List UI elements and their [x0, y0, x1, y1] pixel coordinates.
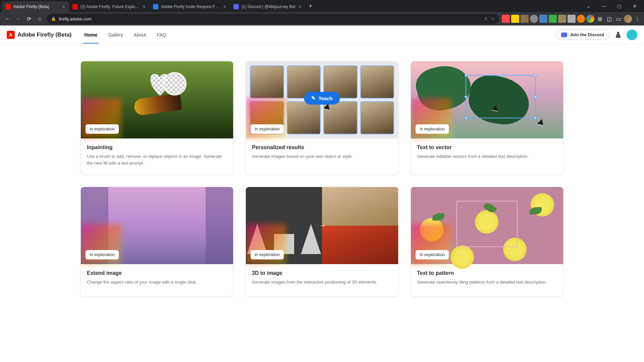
status-badge: In exploration [416, 250, 449, 259]
card-image: → In exploration [246, 187, 398, 264]
card-body: Text to vector Generate editable vectors… [411, 138, 563, 171]
site-header: A Adobe Firefly (Beta) Home Gallery Abou… [0, 25, 644, 44]
close-window-button[interactable]: ✕ [627, 1, 642, 11]
extension-icon[interactable] [568, 15, 576, 23]
cursor-icon [537, 119, 546, 127]
card-title: Text to pattern [417, 270, 557, 276]
forward-button[interactable]: → [13, 14, 23, 23]
logo-text: Adobe Firefly (Beta) [17, 32, 72, 38]
nav-gallery[interactable]: Gallery [103, 26, 127, 44]
browser-tab-2[interactable]: Adobe Firefly Invite Request Form × [150, 1, 230, 12]
profile-avatar[interactable] [624, 15, 632, 23]
close-icon[interactable]: × [62, 4, 66, 9]
browser-tab-0[interactable]: Adobe Firefly (Beta) × [2, 1, 69, 12]
tab-title: (1) Discord | @Midjourney Bot [241, 4, 296, 9]
card-body: Inpainting Use a brush to add, remove, o… [81, 138, 233, 174]
nav-icons: ← → ⟳ ⌂ [3, 14, 44, 23]
extension-icon[interactable] [539, 15, 547, 23]
status-badge: In exploration [86, 124, 119, 134]
discord-icon [561, 33, 567, 37]
close-icon[interactable]: × [142, 4, 146, 9]
user-avatar[interactable] [627, 29, 637, 40]
favicon-icon [153, 4, 158, 9]
card-image: In exploration [411, 187, 563, 264]
card-personalized-results[interactable]: ✎ Teach In exploration Personalized resu… [246, 61, 398, 175]
card-description: Generate seamlessly tiling patterns from… [417, 279, 557, 286]
card-title: Personalized results [252, 144, 392, 150]
close-icon[interactable]: × [223, 4, 227, 9]
extensions-menu-icon[interactable]: ⊞ [596, 15, 604, 23]
reload-button[interactable]: ⟳ [24, 14, 34, 23]
home-button[interactable]: ⌂ [35, 14, 44, 23]
card-title: 3D to image [252, 270, 392, 276]
browser-menu-button[interactable]: ⋮ [633, 15, 641, 23]
favicon-icon [5, 4, 11, 9]
card-grid: In exploration Inpainting Use a brush to… [0, 44, 644, 297]
tile-frame [457, 201, 518, 247]
tab-title: Adobe Firefly Invite Request Form [161, 4, 220, 9]
card-text-to-pattern[interactable]: In exploration Text to pattern Generate … [411, 187, 564, 297]
card-title: Text to vector [417, 144, 557, 150]
new-tab-button[interactable]: + [306, 1, 315, 11]
chevron-down-icon[interactable]: ⌄ [581, 1, 596, 11]
browser-chrome: Adobe Firefly (Beta) × (2) Adobe Firefly… [0, 0, 644, 25]
card-image: In exploration [411, 61, 563, 138]
selection-box [466, 75, 536, 118]
extension-icon[interactable] [530, 15, 538, 23]
extension-icon[interactable] [511, 15, 519, 23]
status-badge: In exploration [251, 250, 284, 259]
card-extend-image[interactable]: In exploration Extend image Change the a… [80, 187, 233, 297]
tab-strip: Adobe Firefly (Beta) × (2) Adobe Firefly… [0, 0, 644, 12]
extension-icon[interactable] [586, 15, 594, 23]
bookmark-icon[interactable]: ☆ [491, 16, 495, 21]
card-title: Extend image [87, 270, 227, 276]
share-icon[interactable]: ⇪ [484, 16, 488, 21]
browser-tab-1[interactable]: (2) Adobe Firefly: Future Explorat × [69, 1, 150, 12]
teach-icon: ✎ [311, 95, 316, 101]
extension-icon[interactable] [502, 15, 510, 23]
status-badge: In exploration [86, 250, 119, 259]
extension-icon[interactable] [521, 15, 529, 23]
join-discord-button[interactable]: Join the Discord [555, 29, 610, 40]
extension-icon[interactable] [549, 15, 557, 23]
card-text-to-vector[interactable]: In exploration Text to vector Generate e… [411, 61, 564, 175]
page-content: A Adobe Firefly (Beta) Home Gallery Abou… [0, 25, 644, 362]
card-description: Change the aspect ratio of your image wi… [87, 279, 227, 286]
side-panel-icon[interactable]: ◫ [605, 15, 613, 23]
card-inpainting[interactable]: In exploration Inpainting Use a brush to… [80, 61, 233, 175]
beaker-icon[interactable] [615, 32, 621, 38]
nav-faq[interactable]: FAQ [152, 26, 171, 44]
nav-home[interactable]: Home [80, 26, 102, 44]
site-nav: Home Gallery About FAQ [80, 26, 171, 44]
card-body: Personalized results Generate images bas… [246, 138, 398, 171]
arrow-right-icon: → [319, 221, 326, 230]
browser-toolbar: ← → ⟳ ⌂ 🔒 firefly.adobe.com ⇪ ☆ ⊞ ◫ ▭ [0, 12, 644, 25]
site-logo[interactable]: A Adobe Firefly (Beta) [7, 31, 72, 39]
status-badge: In exploration [416, 124, 449, 134]
minimize-button[interactable]: — [596, 1, 611, 11]
card-title: Inpainting [87, 144, 227, 150]
card-description: Generate images based on your own object… [252, 153, 392, 160]
lock-icon: 🔒 [51, 16, 56, 21]
card-image: In exploration [81, 61, 233, 138]
nav-about[interactable]: About [129, 26, 151, 44]
card-description: Generate editable vectors from a detaile… [417, 153, 557, 160]
adobe-logo-icon: A [7, 31, 15, 39]
browser-tab-3[interactable]: (1) Discord | @Midjourney Bot × [230, 1, 306, 12]
back-button[interactable]: ← [3, 14, 12, 23]
card-image: In exploration [81, 187, 233, 264]
card-image: ✎ Teach In exploration [246, 61, 398, 138]
reading-list-icon[interactable]: ▭ [614, 15, 623, 23]
header-right: Join the Discord [555, 29, 637, 40]
extension-icon[interactable] [558, 15, 566, 23]
address-bar[interactable]: 🔒 firefly.adobe.com ⇪ ☆ [47, 14, 499, 24]
extension-icons: ⊞ ◫ ▭ ⋮ [502, 15, 641, 23]
favicon-icon [233, 4, 239, 9]
teach-label: Teach [318, 96, 332, 101]
card-description: Generate images from the interactive pos… [252, 279, 392, 286]
url-text: firefly.adobe.com [59, 16, 481, 21]
card-3d-to-image[interactable]: → In exploration 3D to image Generate im… [246, 187, 398, 297]
extension-icon[interactable] [577, 15, 585, 23]
maximize-button[interactable]: ▢ [612, 1, 627, 11]
close-icon[interactable]: × [298, 4, 302, 9]
